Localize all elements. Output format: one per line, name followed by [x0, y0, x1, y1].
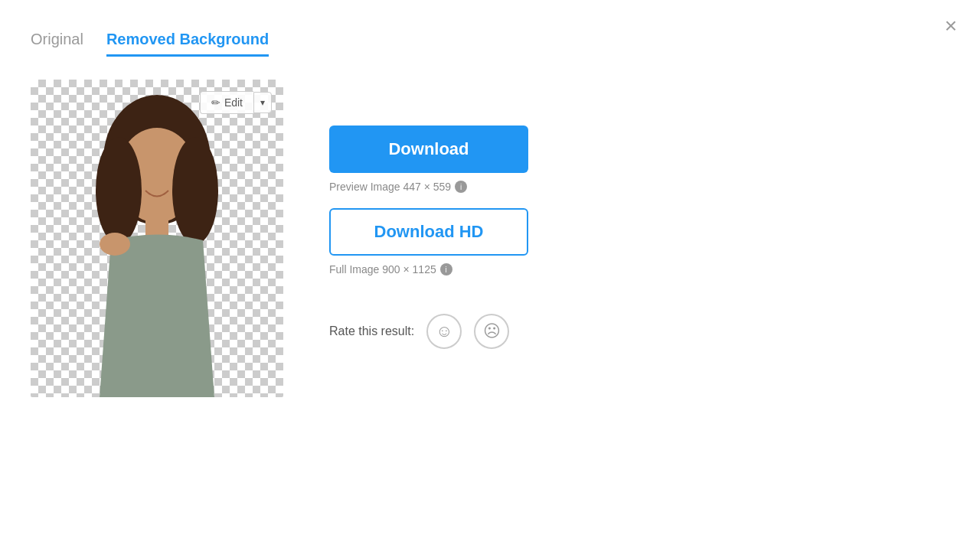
edit-button-group: ✏ Edit ▾ — [200, 91, 272, 114]
preview-info-text: Preview Image 447 × 559 — [329, 181, 451, 193]
edit-dropdown-button[interactable]: ▾ — [253, 92, 272, 113]
svg-point-3 — [172, 137, 218, 244]
full-info-icon[interactable]: i — [440, 263, 452, 276]
full-info: Full Image 900 × 1125 i — [329, 263, 949, 276]
download-hd-button[interactable]: Download HD — [329, 208, 528, 256]
image-container: ✏ Edit ▾ — [31, 80, 283, 397]
chevron-down-icon: ▾ — [260, 97, 265, 108]
rate-section: Rate this result: ☺ ☹ — [329, 314, 949, 349]
tabs-container: Original Removed Background — [0, 0, 980, 57]
tab-original[interactable]: Original — [31, 31, 83, 57]
edit-main-button[interactable]: ✏ Edit — [200, 91, 253, 114]
sad-face-icon: ☹ — [483, 321, 501, 341]
rate-happy-button[interactable]: ☺ — [426, 314, 462, 349]
person-image — [65, 91, 249, 397]
checkerboard-bg — [31, 80, 283, 397]
full-info-text: Full Image 900 × 1125 — [329, 263, 436, 276]
main-content: ✏ Edit ▾ Download Preview Image 447 × 55… — [0, 57, 980, 420]
edit-label: Edit — [224, 96, 243, 109]
rate-sad-button[interactable]: ☹ — [474, 314, 509, 349]
download-button[interactable]: Download — [329, 126, 528, 173]
rate-label: Rate this result: — [329, 324, 414, 338]
tab-removed-background[interactable]: Removed Background — [106, 31, 269, 57]
svg-point-2 — [96, 137, 142, 244]
close-button[interactable]: × — [945, 15, 957, 37]
svg-point-5 — [100, 233, 130, 256]
preview-info: Preview Image 447 × 559 i — [329, 181, 949, 193]
preview-info-icon[interactable]: i — [455, 181, 467, 193]
right-panel: Download Preview Image 447 × 559 i Downl… — [329, 80, 949, 349]
happy-face-icon: ☺ — [436, 321, 452, 341]
pencil-icon: ✏ — [211, 96, 220, 109]
